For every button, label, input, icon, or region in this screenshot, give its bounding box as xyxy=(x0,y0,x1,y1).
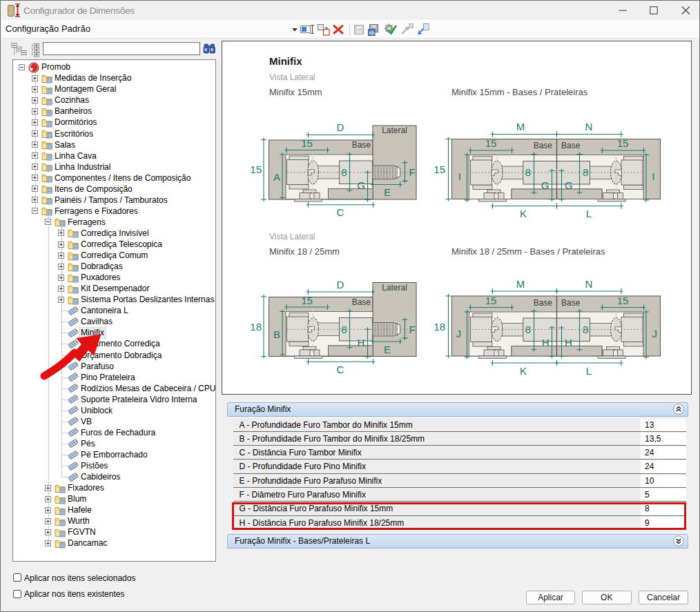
svg-text:15: 15 xyxy=(250,164,262,175)
svg-text:15: 15 xyxy=(485,137,497,149)
svg-text:F: F xyxy=(409,166,416,178)
svg-text:Base: Base xyxy=(352,140,371,150)
svg-text:E: E xyxy=(384,344,391,355)
svg-text:Lateral: Lateral xyxy=(382,283,407,293)
svg-text:H: H xyxy=(565,337,572,348)
svg-text:8: 8 xyxy=(525,324,531,335)
svg-text:D: D xyxy=(337,279,344,290)
svg-text:L: L xyxy=(586,365,592,377)
svg-text:Base: Base xyxy=(534,141,553,150)
svg-text:M: M xyxy=(516,278,525,290)
svg-text:G: G xyxy=(565,179,573,191)
svg-text:C: C xyxy=(337,206,344,218)
svg-text:B: B xyxy=(273,328,280,340)
svg-text:G: G xyxy=(357,179,365,191)
svg-text:8: 8 xyxy=(341,324,347,335)
svg-text:E: E xyxy=(384,186,391,198)
svg-text:Lateral: Lateral xyxy=(382,126,407,135)
svg-text:Base: Base xyxy=(561,298,581,308)
svg-text:15: 15 xyxy=(617,295,629,306)
svg-text:18: 18 xyxy=(250,321,262,333)
svg-text:K: K xyxy=(520,365,527,377)
svg-text:15: 15 xyxy=(434,164,445,175)
svg-text:N: N xyxy=(585,278,593,290)
svg-text:N: N xyxy=(585,121,593,132)
svg-text:L: L xyxy=(586,208,592,219)
svg-text:H: H xyxy=(358,337,365,348)
svg-text:I: I xyxy=(458,170,461,182)
svg-text:8: 8 xyxy=(525,166,531,178)
svg-text:K: K xyxy=(520,208,527,219)
svg-text:8: 8 xyxy=(583,324,588,335)
svg-text:F: F xyxy=(409,324,416,335)
svg-text:15: 15 xyxy=(301,137,313,149)
svg-text:A: A xyxy=(273,171,280,183)
svg-text:18: 18 xyxy=(434,321,445,333)
svg-text:C: C xyxy=(337,364,344,375)
svg-text:Base: Base xyxy=(534,298,553,308)
svg-text:M: M xyxy=(516,121,525,132)
svg-text:15: 15 xyxy=(617,137,629,149)
svg-text:8: 8 xyxy=(583,166,588,178)
svg-text:I: I xyxy=(652,170,655,182)
svg-text:G: G xyxy=(541,179,550,191)
svg-text:Base: Base xyxy=(352,297,371,307)
svg-text:D: D xyxy=(337,121,344,133)
svg-text:Base: Base xyxy=(561,141,581,150)
svg-text:J: J xyxy=(456,328,462,339)
svg-text:15: 15 xyxy=(301,295,313,306)
svg-text:H: H xyxy=(542,337,550,348)
svg-text:db: db xyxy=(369,30,375,35)
svg-text:J: J xyxy=(652,328,658,339)
svg-text:8: 8 xyxy=(341,166,347,178)
svg-text:15: 15 xyxy=(485,295,497,306)
